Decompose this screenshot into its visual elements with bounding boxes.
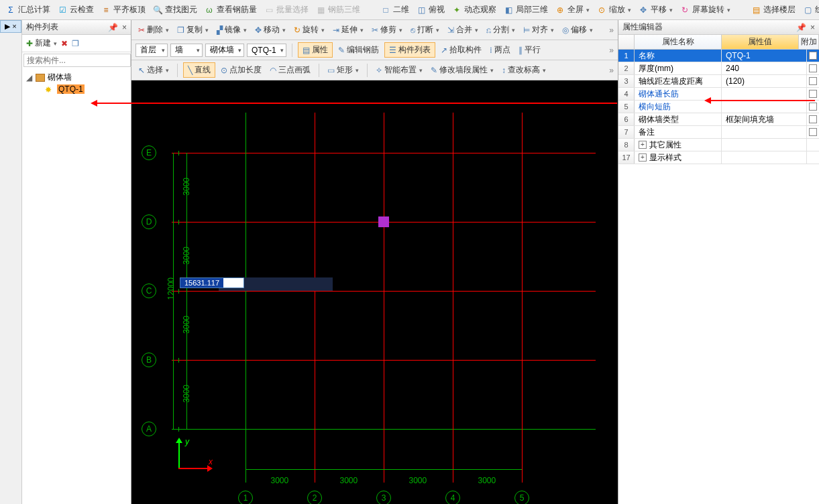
toolbar-平齐板顶[interactable]: ≡平齐板顶 — [98, 3, 148, 17]
prop-value[interactable]: QTQ-1 — [722, 50, 807, 62]
toolbar-查找图元[interactable]: 🔍查找图元 — [150, 3, 200, 17]
checkbox[interactable] — [809, 64, 817, 72]
toolbar-全屏[interactable]: ⊕全屏▾ — [552, 3, 592, 17]
label: 两点 — [494, 44, 510, 56]
btn-对齐[interactable]: ⊨对齐▾ — [521, 23, 557, 37]
row-index: 17 — [618, 151, 635, 164]
prop-name: 名称 — [635, 50, 722, 62]
btn-平行[interactable]: ∥平行 — [516, 43, 543, 57]
prop-value[interactable] — [722, 151, 807, 164]
toolbar-云检查[interactable]: ☑云检查 — [54, 3, 97, 17]
prop-row-2[interactable]: 2 厚度(mm) 240 — [618, 62, 819, 75]
length-input-box[interactable]: 15631.117 — [180, 277, 244, 288]
btn-智能布置[interactable]: ✧智能布置▾ — [373, 63, 425, 77]
btn-点加长度[interactable]: ⊙点加长度 — [218, 63, 264, 77]
btn-分割[interactable]: ⎌分割▾ — [484, 23, 518, 37]
btn-旋转[interactable]: ↻旋转▾ — [291, 23, 327, 37]
btn-复制[interactable]: ❐复制▾ — [174, 23, 211, 37]
btn-打断[interactable]: ⎋打断▾ — [408, 23, 442, 37]
left-dock-tab[interactable]: ▶ × — [0, 20, 21, 33]
btn-编辑钢筋[interactable]: ✎编辑钢筋 — [335, 43, 382, 57]
toolbar-二维[interactable]: □二维 — [378, 3, 412, 17]
toolbar-汇总计算[interactable]: Σ汇总计算 — [3, 3, 53, 17]
btn-三点画弧[interactable]: ◠三点画弧 — [267, 63, 313, 77]
tree-child-row[interactable]: ✸ QTQ-1 — [26, 84, 127, 94]
prop-row-5[interactable]: 5 横向短筋 — [618, 101, 819, 113]
expand-icon[interactable]: + — [639, 141, 647, 149]
prop-column-headers: 属性名称 属性值 附加 — [618, 35, 819, 50]
checkbox[interactable] — [809, 128, 817, 136]
prop-checkbox-cell — [807, 101, 819, 113]
btn-移动[interactable]: ✥移动▾ — [252, 23, 288, 37]
btn-直线[interactable]: ╲直线 — [183, 62, 215, 78]
icon: ∥ — [518, 46, 523, 55]
search-input[interactable] — [23, 54, 131, 67]
btn-删除[interactable]: ✂删除▾ — [135, 23, 172, 37]
prop-row-1[interactable]: 1 名称 QTQ-1 — [618, 50, 819, 62]
expand-icon[interactable]: + — [639, 153, 647, 162]
tb-icon: ▢ — [802, 5, 813, 15]
toolbar-线框[interactable]: ▢线框 — [800, 3, 819, 17]
prop-value[interactable] — [722, 139, 807, 151]
toolbar-选择楼层[interactable]: ▤选择楼层 — [748, 3, 798, 17]
btn-拾取构件[interactable]: ↗拾取构件 — [438, 43, 484, 57]
selector-sel4[interactable]: QTQ-1 — [247, 44, 286, 57]
prop-value[interactable] — [722, 126, 807, 138]
checkbox[interactable] — [809, 90, 817, 98]
btn-合并[interactable]: ⇲合并▾ — [445, 23, 481, 37]
btn-偏移[interactable]: ◎偏移▾ — [559, 23, 596, 37]
selector-sel1[interactable]: 首层 — [135, 44, 168, 57]
dim-line — [186, 153, 187, 429]
btn-矩形[interactable]: ▭矩形▾ — [325, 63, 362, 77]
toolbar-屏幕旋转[interactable]: ↻屏幕旋转▾ — [677, 3, 733, 17]
toolbar-动态观察[interactable]: ✦动态观察 — [449, 3, 499, 17]
checkbox[interactable] — [809, 103, 817, 111]
btn-修剪[interactable]: ✂修剪▾ — [369, 23, 405, 37]
prop-value[interactable] — [722, 88, 807, 100]
toolbar-缩放[interactable]: ⊙缩放▾ — [594, 3, 634, 17]
checkbox[interactable] — [809, 115, 817, 123]
toolbar-查看钢筋量[interactable]: ω查看钢筋量 — [201, 3, 260, 17]
prop-row-4[interactable]: 4 砌体通长筋 — [618, 88, 819, 101]
prop-value[interactable]: (120) — [722, 75, 807, 87]
close-icon[interactable]: × — [810, 23, 815, 32]
overflow-icon[interactable]: » — [609, 46, 614, 55]
toolbar-局部三维[interactable]: ◧局部三维 — [500, 3, 551, 17]
tree-parent-row[interactable]: ◢ 砌体墙 — [26, 71, 127, 84]
prop-row-8[interactable]: 8 +其它属性 — [618, 139, 819, 151]
toolbar-俯视[interactable]: ◫俯视 — [413, 3, 447, 17]
pin-icon[interactable]: 📌 — [796, 23, 806, 32]
prop-row-7[interactable]: 7 备注 — [618, 126, 819, 139]
delete-icon[interactable]: ✖ — [61, 39, 68, 48]
copy-icon[interactable]: ❐ — [72, 39, 79, 48]
selector-sel2[interactable]: 墙 — [170, 44, 203, 57]
prop-row-6[interactable]: 6 砌体墙类型 框架间填充墙 — [618, 113, 819, 126]
overflow-icon[interactable]: » — [609, 25, 614, 35]
prop-row-3[interactable]: 3 轴线距左墙皮距离 (120) — [618, 75, 819, 88]
new-button[interactable]: ✚ 新建 ▾ — [26, 38, 57, 49]
h-dim: 3000 — [409, 476, 427, 485]
btn-两点[interactable]: ⁞两点 — [487, 43, 513, 57]
prop-value[interactable]: 框架间填充墙 — [722, 113, 807, 125]
tb-label: 钢筋三维 — [328, 4, 360, 15]
drawing-canvas[interactable]: EDCBA12345300030003000300012000300030003… — [131, 80, 618, 504]
btn-镜像[interactable]: ▞镜像▾ — [214, 23, 250, 37]
btn-修改墙段属性[interactable]: ✎修改墙段属性▾ — [428, 63, 496, 77]
checkbox[interactable] — [809, 77, 817, 85]
overflow-icon[interactable]: » — [609, 66, 614, 75]
prop-value[interactable]: 240 — [722, 62, 807, 74]
selector-sel3[interactable]: 砌体墙 — [205, 44, 244, 57]
prop-row-17[interactable]: 17 +显示样式 — [618, 151, 819, 164]
btn-属性[interactable]: ▤属性 — [298, 42, 333, 58]
btn-构件列表[interactable]: ☰构件列表 — [384, 42, 435, 58]
toolbar-平移[interactable]: ✥平移▾ — [635, 3, 675, 17]
collapse-icon[interactable]: ◢ — [26, 73, 33, 82]
close-icon[interactable]: × — [122, 23, 127, 32]
axis-row-A: A — [142, 422, 156, 436]
checkbox[interactable] — [809, 52, 817, 60]
btn-延伸[interactable]: ⇥延伸▾ — [330, 23, 366, 37]
btn-查改标高[interactable]: ↕查改标高▾ — [499, 63, 549, 77]
pin-icon[interactable]: 📌 — [108, 23, 118, 32]
select-btn[interactable]: ↖选择▾ — [135, 63, 172, 77]
prop-value[interactable] — [722, 101, 807, 113]
